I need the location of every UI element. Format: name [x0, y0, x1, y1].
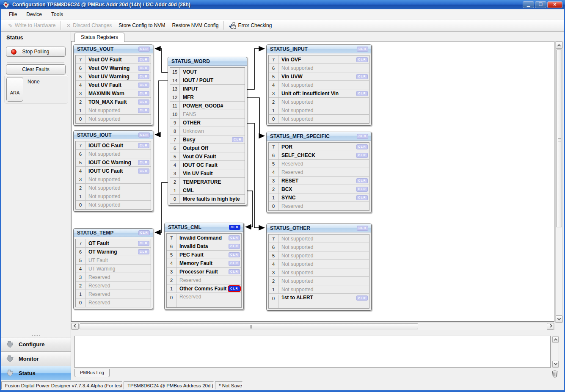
bit-clear-button[interactable]: CLR: [356, 144, 368, 149]
bit-clear-button[interactable]: CLR: [356, 187, 368, 192]
tab-status-registers[interactable]: Status Registers: [74, 33, 124, 42]
sidebar-gripper[interactable]: [1, 334, 71, 337]
register-box-status_vout: STATUS_VOUT CLR 7 Vout OV Fault CLR 6 Vo…: [73, 44, 153, 126]
clear-log-trash-icon[interactable]: [551, 370, 559, 378]
bit-clear-button[interactable]: CLR: [229, 261, 240, 266]
bit-clear-button[interactable]: CLR: [138, 249, 149, 254]
bit-clear-button[interactable]: CLR: [356, 57, 368, 62]
bit-number: 6: [170, 144, 180, 152]
bit-number: 0: [76, 298, 85, 307]
content-wrap: STATUS_VOUT CLR 7 Vout OV Fault CLR 6 Vo…: [71, 41, 564, 330]
register-bit-row: 3 MAX/MIN Warn CLR: [76, 89, 151, 98]
sidebar: Status Stop Polling Clear Faults ARA Non…: [1, 32, 71, 381]
register-bit-row: 3 Vin UV Fault: [170, 169, 245, 178]
close-button[interactable]: ✕: [547, 1, 562, 8]
bit-label: IOUT OC Fault: [85, 143, 138, 149]
store-config-to-nvm-button[interactable]: Store Config to NVM: [115, 21, 168, 30]
bit-clear-button[interactable]: CLR: [138, 160, 149, 165]
bit-clear-button[interactable]: CLR: [356, 153, 368, 158]
register-clear-all-button[interactable]: CLR: [357, 226, 368, 231]
v-scrollbar[interactable]: [555, 41, 563, 323]
bit-number: 14: [170, 76, 180, 84]
bit-clear-button[interactable]: CLR: [356, 178, 368, 183]
maximize-button[interactable]: ❒: [535, 1, 546, 8]
nav-item-configure[interactable]: Configure: [1, 337, 71, 351]
v-scroll-thumb[interactable]: [556, 50, 562, 227]
bit-clear-button[interactable]: CLR: [138, 83, 149, 88]
nav-item-monitor[interactable]: Monitor: [1, 351, 71, 366]
bit-clear-button[interactable]: CLR: [138, 57, 149, 62]
scroll-up-button[interactable]: [556, 41, 562, 49]
scroll-right-button[interactable]: [547, 323, 554, 330]
minimize-button[interactable]: ▁: [523, 1, 534, 8]
nav-item-status[interactable]: Status: [1, 366, 71, 380]
bit-clear-button[interactable]: CLR: [232, 137, 243, 142]
register-clear-all-button[interactable]: CLR: [138, 230, 150, 235]
bit-clear-button[interactable]: CLR: [229, 252, 240, 257]
register-bit-row: 2 Not supported: [269, 277, 369, 285]
bit-clear-button[interactable]: CLR: [356, 295, 368, 301]
bit-label: SELF_CHECK: [278, 152, 356, 158]
menu-device[interactable]: Device: [22, 10, 46, 19]
bit-label: VOUT: [180, 69, 245, 75]
ara-group: ARA None: [5, 75, 68, 103]
bit-number: 6: [167, 242, 176, 250]
bit-clear-button[interactable]: CLR: [138, 143, 149, 148]
register-title: STATUS_OTHER: [270, 225, 357, 231]
bit-number: 5: [269, 251, 278, 259]
toolbar: ✎ Write to Hardware ✕ Discard Changes St…: [1, 19, 564, 32]
bit-label: OTHER: [180, 120, 245, 126]
bit-clear-button[interactable]: CLR: [356, 91, 368, 96]
bit-clear-button[interactable]: CLR: [138, 168, 149, 174]
bit-label: OT Fault: [85, 240, 138, 246]
register-clear-all-button[interactable]: CLR: [138, 47, 150, 52]
stop-polling-button[interactable]: Stop Polling: [6, 47, 66, 57]
log-scroll-down-button[interactable]: [552, 361, 559, 367]
bit-clear-button[interactable]: CLR: [138, 66, 149, 71]
clear-faults-button[interactable]: Clear Faults: [6, 64, 66, 75]
register-clear-all-button[interactable]: CLR: [357, 134, 368, 139]
menu-file[interactable]: File: [5, 10, 21, 19]
bit-clear-button[interactable]: CLR: [138, 108, 149, 113]
bit-clear-button[interactable]: CLR: [356, 74, 368, 79]
bit-clear-button[interactable]: CLR: [138, 74, 149, 79]
log-scroll-up-button[interactable]: [552, 336, 559, 343]
scroll-down-button[interactable]: [556, 315, 562, 323]
h-scroll-thumb[interactable]: [80, 323, 418, 329]
tab-pmbus-log[interactable]: PMBus Log: [74, 369, 110, 377]
register-rows: 7 Not supported 6 Not supported 5 Not su…: [268, 234, 369, 309]
register-clear-all-button[interactable]: CLR: [138, 133, 150, 138]
register-bit-row: 0 Reserved: [269, 202, 369, 210]
register-rows: 7 Vin OVF CLR 6 Not supported 5 Vin UVW …: [268, 55, 369, 124]
bit-label: Unit off: Insufficient Vin: [278, 91, 356, 97]
register-bit-row: 5 PEC Fault CLR: [167, 251, 241, 259]
bit-clear-button[interactable]: CLR: [138, 91, 149, 96]
bit-clear-button[interactable]: CLR: [138, 99, 149, 105]
scroll-left-button[interactable]: [72, 323, 79, 330]
bit-clear-button[interactable]: CLR: [356, 195, 368, 200]
bit-number: 7: [167, 234, 176, 242]
menu-tools[interactable]: Tools: [47, 10, 67, 19]
h-scrollbar[interactable]: [71, 323, 554, 330]
register-clear-all-button[interactable]: CLR: [229, 225, 240, 230]
bit-number: 4: [170, 161, 180, 169]
restore-nvm-config-button[interactable]: Restore NVM Config: [168, 21, 222, 30]
bit-clear-button[interactable]: CLR: [138, 241, 149, 246]
pmbus-log-area[interactable]: [74, 336, 551, 368]
bit-clear-button[interactable]: CLR: [229, 269, 240, 274]
bit-label: Not supported: [278, 261, 369, 267]
bit-label: Not supported: [278, 287, 369, 293]
bit-clear-button[interactable]: CLR: [229, 286, 240, 291]
register-clear-all-button[interactable]: CLR: [357, 47, 368, 52]
error-checking-icon: [229, 22, 236, 29]
discard-changes-button[interactable]: ✕ Discard Changes: [63, 21, 115, 30]
ara-button[interactable]: ARA: [6, 77, 23, 102]
bit-label: Not supported: [85, 116, 151, 122]
bit-number: 3: [269, 177, 278, 185]
error-checking-button[interactable]: Error Checking: [226, 21, 275, 30]
write-to-hardware-button[interactable]: ✎ Write to Hardware: [5, 21, 59, 30]
bit-clear-button[interactable]: CLR: [229, 244, 240, 249]
bit-clear-button[interactable]: CLR: [229, 235, 240, 240]
log-v-scrollbar[interactable]: [552, 336, 559, 368]
bit-label: INPUT: [180, 86, 245, 92]
